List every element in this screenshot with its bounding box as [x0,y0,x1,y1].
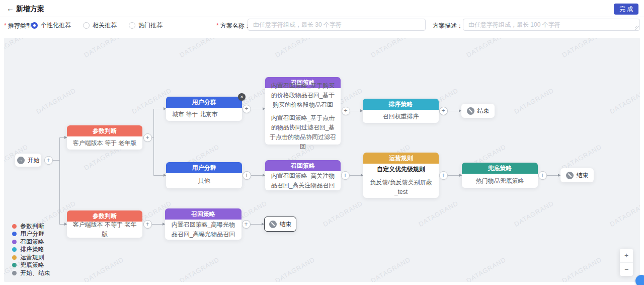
node-body-line: 城市 等于 北京市 [172,110,218,119]
connector-line [59,137,60,224]
node-title: 召回策略 [265,160,341,171]
node-body: 内置召回策略_高曝光物品召回_高曝光物品召回 [165,220,242,240]
watermark: DATAGRAND [608,87,640,115]
page-title: 新增方案 [16,5,44,14]
radio-dot-icon[interactable] [31,22,38,29]
legend-label: 用户分群 [20,230,44,238]
corner-floating-badge[interactable] [635,275,644,285]
end-node[interactable]: 结束 [264,217,296,232]
watermark: DATAGRAND [83,38,125,59]
legend-label: 兜底策略 [20,261,44,269]
radio-热门推荐[interactable]: 热门推荐 [129,21,163,30]
finish-button-label: 完成 [618,5,634,14]
flow-node-segment[interactable]: 用户分群其他 [166,162,242,188]
legend-item-fallback: 兜底策略 [12,262,50,268]
flow-node-rank[interactable]: 排序策略召回权重排序 [363,99,439,123]
node-title: 参数判断 [67,125,142,136]
watermark: DATAGRAND [321,199,364,228]
legend-label: 排序策略 [20,245,44,254]
zoom-controls: + − [620,249,633,276]
watermark: DATAGRAND [35,87,77,115]
legend-dot-icon [12,263,17,267]
plan-desc-wrap [463,19,640,31]
watermark: DATAGRAND [465,38,507,59]
add-node-button[interactable]: + [243,171,251,180]
add-node-button[interactable]: + [342,107,350,115]
node-body-line: 召回权重排序 [383,112,419,121]
end-icon [566,172,574,179]
radio-group: 个性化推荐相关推荐热门推荐 [31,21,163,30]
flow-node-recall[interactable]: 召回策略内置召回策略_高关注物品召回_高关注物品召回 [265,160,341,190]
legend-item-param: 参数判断 [12,223,50,229]
watermark: DATAGRAND [274,256,316,282]
end-node[interactable]: 结束 [560,168,594,182]
add-node-button[interactable]: + [538,171,547,180]
legend-dot-icon [12,255,17,260]
legend-item-ops: 运营规则 [12,254,50,260]
radio-label: 热门推荐 [138,21,163,30]
flow-node-recall[interactable]: 召回策略内置召回策略_基于购买的价格段物品召回_基于购买的价格段物品召回内置召回… [265,77,341,145]
legend-dot-icon [12,240,17,244]
add-node-button[interactable]: + [143,133,152,142]
watermark: DATAGRAND [369,256,412,282]
plan-name-label: *方案名称： [216,22,251,30]
watermark: DATAGRAND [4,38,30,59]
node-title: 排序策略 [363,99,439,110]
add-node-button[interactable]: + [243,105,251,113]
watermark: DATAGRAND [417,199,459,228]
add-node-button[interactable]: + [44,156,53,165]
legend-dot-icon [12,224,17,229]
zoom-in-button[interactable]: + [620,249,633,263]
plan-name-input[interactable] [248,19,426,31]
flow-node-ops[interactable]: 运营规则自定义优先级规则负反馈/负反馈类别屏蔽_test [363,153,439,198]
required-mark: * [216,22,219,29]
radio-个性化推荐[interactable]: 个性化推荐 [31,21,71,30]
node-body-line: 客户端版本 不等于 老年版 [70,220,139,239]
zoom-out-button[interactable]: − [620,263,633,276]
add-node-button[interactable]: + [143,220,152,229]
watermark: DATAGRAND [560,143,603,172]
flow-node-segment[interactable]: 用户分群城市 等于 北京市× [166,97,242,121]
start-icon: → [17,157,25,164]
node-body-line: 内置召回策略_高曝光物品召回_高曝光物品召回 [169,220,238,239]
finish-button[interactable]: 完成 [614,4,638,15]
flow-node-fallback[interactable]: 兜底策略热门物品兜底策略 [462,163,538,188]
flow-canvas[interactable]: 参数判断用户分群召回策略排序策略运营规则兜底策略开始、结束 + − DATAGR… [4,38,640,282]
node-body: 召回权重排序 [363,110,439,123]
radio-dot-icon[interactable] [83,22,90,29]
back-icon[interactable]: ← [7,4,14,13]
flow-node-param[interactable]: 参数判断客户端版本 等于 老年版 [67,125,142,150]
legend-item-segment: 用户分群 [12,231,50,237]
legend-dot-icon [12,247,17,252]
legend-label: 召回策略 [20,238,44,246]
flow-legend: 参数判断用户分群召回策略排序策略运营规则兜底策略开始、结束 [12,223,50,278]
legend-item-recall: 召回策略 [12,239,50,245]
watermark: DATAGRAND [560,38,603,59]
add-node-button[interactable]: + [341,171,350,180]
start-node[interactable]: →开始 [15,154,41,167]
watermark: DATAGRAND [608,199,640,228]
radio-相关推荐[interactable]: 相关推荐 [83,21,117,30]
node-title: 用户分群 [166,97,242,108]
flow-node-recall[interactable]: 召回策略内置召回策略_高曝光物品召回_高曝光物品召回 [165,208,242,240]
node-title: 用户分群 [166,162,242,173]
node-body: 自定义优先级规则负反馈/负反馈类别屏蔽_test [363,164,439,198]
flow-node-param[interactable]: 参数判断客户端版本 不等于 老年版 [67,210,142,238]
add-node-button[interactable]: + [242,220,251,229]
add-node-button[interactable]: + [439,107,448,115]
node-body-line: 客户端版本 等于 老年版 [73,138,137,148]
close-icon[interactable]: × [238,93,246,101]
plan-desc-label: 方案描述： [433,22,463,30]
legend-item-rank: 排序策略 [12,247,50,253]
plan-desc-input[interactable] [463,19,640,31]
radio-dot-icon[interactable] [129,22,135,29]
pill-label: 结束 [280,220,292,229]
legend-dot-icon [12,271,17,275]
node-body: 内置召回策略_基于购买的价格段物品召回_基于购买的价格段物品召回内置召回策略_基… [265,88,341,145]
end-node[interactable]: 结束 [461,104,495,118]
watermark: DATAGRAND [513,87,555,115]
add-node-button[interactable]: + [439,171,448,180]
connector-line [52,160,59,161]
node-title: 召回策略 [165,208,242,220]
node-body-line: 自定义优先级规则 [377,165,425,174]
